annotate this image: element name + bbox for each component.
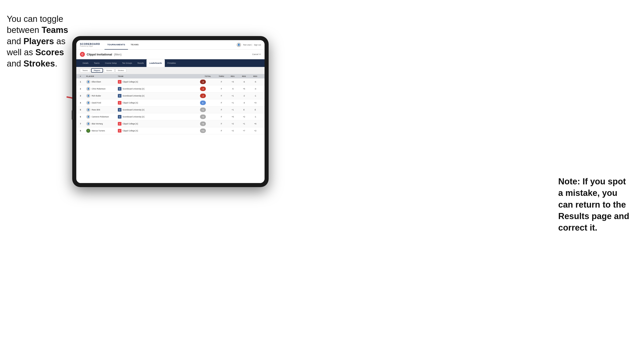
player-cell: 👤 Rich Butler xyxy=(86,94,118,98)
tournament-name: Clippd Invitational xyxy=(87,53,112,56)
player-name: Blair McHarg xyxy=(92,123,103,125)
thru: F xyxy=(216,123,227,125)
thru: F xyxy=(216,130,227,132)
player-cell: 👤 Cameron Robertson xyxy=(86,115,118,119)
logo-sub: Powered by clippd xyxy=(80,45,100,47)
rd1: +2 xyxy=(227,130,238,132)
tab-printables[interactable]: Printables xyxy=(165,59,179,67)
logo-text: SCOREBOARD xyxy=(80,43,100,45)
player-avatar: 👤 xyxy=(86,87,90,91)
table-row: 7 👤 Blair McHarg C Clippd College [A] +8… xyxy=(76,120,264,127)
tab-details[interactable]: Details xyxy=(80,59,91,67)
rd2: +7 xyxy=(238,130,250,132)
player-name: Cameron Robertson xyxy=(92,116,109,118)
tablet-frame: SCOREBOARD Powered by clippd TOURNAMENTS… xyxy=(72,36,268,187)
sub-tab-strokes[interactable]: Strokes xyxy=(115,68,126,72)
table-row: 2 👤 Chris Robertson S Scoreboard Univers… xyxy=(76,85,264,92)
team-cell: S Scoreboard University [A] xyxy=(118,94,200,98)
col-player: PLAYER xyxy=(86,75,118,77)
tablet-screen: SCOREBOARD Powered by clippd TOURNAMENTS… xyxy=(76,40,264,183)
nav-right: 👤 Test User | Sign out xyxy=(236,43,261,47)
team-cell: S Scoreboard University [A] xyxy=(118,108,200,112)
team-name: Clippd College [A] xyxy=(122,130,138,132)
tab-course-setup[interactable]: Course Setup xyxy=(102,59,120,67)
logo-area: SCOREBOARD Powered by clippd xyxy=(80,43,100,47)
team-cell: C Clippd College [A] xyxy=(118,80,200,84)
rd2: E xyxy=(238,109,250,111)
total-cell: -2 xyxy=(200,94,216,98)
player-name: Elliot Ebert xyxy=(92,81,101,83)
nav-links: TOURNAMENTS TEAMS xyxy=(104,40,236,50)
total-cell: -4 xyxy=(200,87,216,91)
player-cell: 🌿 Marcus Turners xyxy=(86,129,118,133)
player-cell: 👤 Blair McHarg xyxy=(86,122,118,126)
thru: F xyxy=(216,102,227,104)
team-name: Scoreboard University [A] xyxy=(122,116,144,118)
team-name: Scoreboard University [A] xyxy=(122,95,144,97)
score-badge: +6 xyxy=(200,115,206,119)
annotation-right: Note: If you spot a mistake, you can ret… xyxy=(558,176,637,233)
total-cell: E xyxy=(200,101,216,105)
player-avatar: 👤 xyxy=(86,122,90,126)
team-cell: C Clippd College [A] xyxy=(118,129,200,133)
player-cell: 👤 Rees Britt xyxy=(86,108,118,112)
player-avatar: 👤 xyxy=(86,108,90,112)
rd1: +3 xyxy=(227,81,238,83)
user-avatar: 👤 xyxy=(236,43,241,47)
team-icon: C xyxy=(118,101,122,105)
rank: 2 xyxy=(80,88,86,90)
player-name: Rich Butler xyxy=(92,95,101,97)
rank: 7 xyxy=(80,123,86,125)
thru: F xyxy=(216,116,227,118)
player-cell: 👤 David Ford xyxy=(86,101,118,105)
sign-out-link[interactable]: Sign out xyxy=(254,44,261,46)
rd1: +1 xyxy=(227,109,238,111)
player-name: Chris Robertson xyxy=(92,88,106,90)
col-rank: # xyxy=(80,75,86,77)
rd3: +6 xyxy=(250,123,261,125)
tab-tee-groups[interactable]: Tee Groups xyxy=(120,59,135,67)
team-icon: S xyxy=(118,115,122,119)
rd1: +5 xyxy=(227,116,238,118)
sub-tab-scores[interactable]: Scores xyxy=(104,68,114,72)
table-row: 1 👤 Elliot Ebert C Clippd College [A] -8… xyxy=(76,78,264,85)
player-cell: 👤 Chris Robertson xyxy=(86,87,118,91)
col-rd1: RD1 xyxy=(227,75,238,77)
player-name: Rees Britt xyxy=(92,109,100,111)
team-name: Scoreboard University [A] xyxy=(122,109,144,111)
table-row: 8 🌿 Marcus Turners C Clippd College [A] … xyxy=(76,127,264,134)
col-rd2: RD2 xyxy=(238,75,250,77)
score-badge: +11 xyxy=(200,129,206,133)
nav-link-teams[interactable]: TEAMS xyxy=(128,40,142,50)
sub-tab-players[interactable]: Players xyxy=(91,68,103,73)
tablet-side-button xyxy=(72,110,74,120)
rd1: +1 xyxy=(227,102,238,104)
sub-tabs: Teams Players Scores Strokes xyxy=(76,67,264,74)
tab-leaderboards[interactable]: Leaderboards xyxy=(146,59,164,67)
team-icon: C xyxy=(118,122,122,126)
team-icon: C xyxy=(118,129,122,133)
nav-link-tournaments[interactable]: TOURNAMENTS xyxy=(104,40,128,50)
sub-tab-teams[interactable]: Teams xyxy=(80,68,90,72)
total-cell: -8 xyxy=(200,80,216,84)
rd3: +3 xyxy=(250,102,261,104)
rd3: -5 xyxy=(250,81,261,83)
team-name: Clippd College [A] xyxy=(122,102,138,104)
team-icon: S xyxy=(118,108,122,112)
cancel-button[interactable]: Cancel ✕ xyxy=(252,53,261,55)
score-badge: -8 xyxy=(200,80,206,84)
user-name: Test User | xyxy=(243,44,252,46)
table-header: # PLAYER TEAM TOTAL THRU RD1 RD2 RD3 xyxy=(76,74,264,78)
team-cell: S Scoreboard University [A] xyxy=(118,115,200,119)
rd1: +2 xyxy=(227,123,238,125)
rd3: -4 xyxy=(250,88,261,90)
thru: F xyxy=(216,88,227,90)
score-badge: E xyxy=(200,101,206,105)
tab-teams[interactable]: Teams xyxy=(91,59,102,67)
rd2: -6 xyxy=(238,81,250,83)
player-cell: 👤 Elliot Ebert xyxy=(86,80,118,84)
tab-results[interactable]: Results xyxy=(135,59,146,67)
rank: 1 xyxy=(80,81,86,83)
rd3: E xyxy=(250,109,261,111)
thru: F xyxy=(216,81,227,83)
